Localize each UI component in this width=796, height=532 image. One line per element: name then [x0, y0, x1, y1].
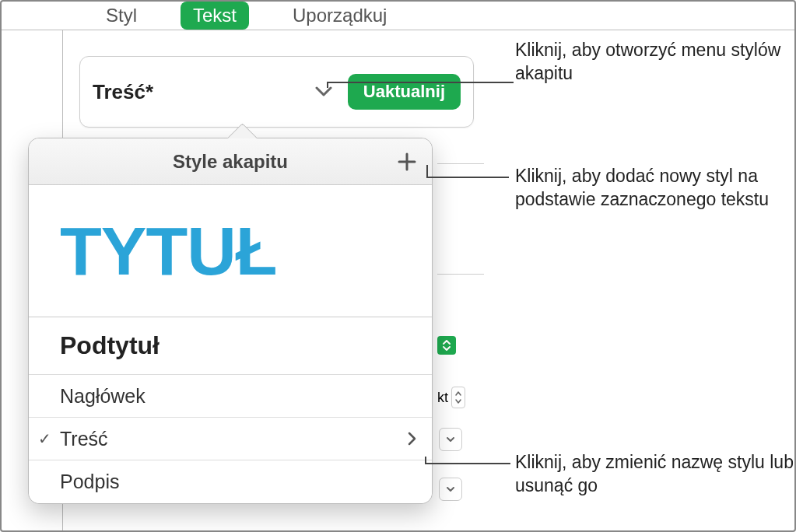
title-style-preview: TYTUŁ: [60, 212, 277, 291]
style-item-body[interactable]: ✓ Treść: [29, 418, 432, 460]
checkmark-icon: ✓: [38, 429, 51, 448]
inspector-tabs: Styl Tekst Uporządkuj: [62, 2, 794, 30]
popover-title: Style akapitu: [29, 138, 432, 185]
style-item-subtitle[interactable]: Podtytuł: [29, 317, 432, 375]
chevron-down-icon: [312, 80, 335, 103]
callout-line-3: [425, 463, 510, 464]
stepper-icon: [451, 387, 465, 408]
hidden-stepper-control[interactable]: kt: [437, 387, 465, 408]
up-down-arrows-icon: [437, 336, 456, 355]
hidden-select-2[interactable]: [439, 478, 462, 501]
tab-arrange[interactable]: Uporządkuj: [280, 2, 399, 30]
update-button[interactable]: Uaktualnij: [348, 74, 461, 110]
kt-label: kt: [437, 390, 448, 406]
style-item-title[interactable]: TYTUŁ: [29, 185, 432, 317]
add-style-button[interactable]: [396, 151, 418, 173]
tab-text[interactable]: Tekst: [181, 2, 249, 30]
callout-add-style: Kliknij, aby dodać nowy styl na podstawi…: [515, 165, 794, 212]
hidden-select-1[interactable]: [439, 428, 462, 451]
current-style-name: Treść*: [93, 80, 312, 104]
tab-style[interactable]: Styl: [93, 2, 149, 30]
callout-rename: Kliknij, aby zmienić nazwę stylu lub usu…: [515, 451, 794, 498]
hidden-dropdown-control[interactable]: [437, 336, 456, 355]
callout-line-2: [426, 177, 509, 178]
callout-open-menu: Kliknij, aby otworzyć menu stylów akapit…: [515, 39, 794, 86]
style-item-heading[interactable]: Nagłówek: [29, 375, 432, 418]
paragraph-styles-popover: Style akapitu TYTUŁ Podtytuł Nagłówek ✓ …: [28, 138, 433, 504]
chevron-right-icon[interactable]: [407, 428, 416, 450]
callout-line-1: [327, 82, 514, 83]
paragraph-style-dropdown[interactable]: Treść* Uaktualnij: [79, 56, 474, 128]
style-item-caption[interactable]: Podpis: [29, 460, 432, 503]
